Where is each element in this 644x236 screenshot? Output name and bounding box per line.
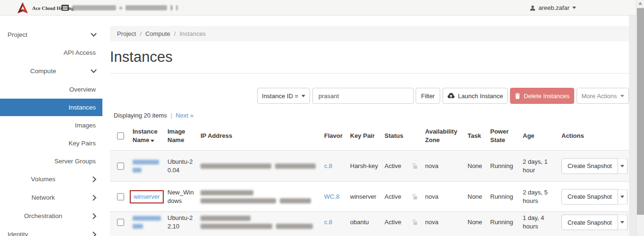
sidebar-item-label: Key Pairs	[0, 140, 102, 147]
scroll-up-arrow-icon[interactable]	[638, 2, 642, 5]
list-icon	[61, 5, 69, 11]
redacted-context-text	[170, 5, 173, 10]
unlock-icon	[411, 163, 422, 169]
sidebar-item-identity[interactable]: Identity	[0, 226, 102, 236]
flavor-link[interactable]: c.8	[324, 162, 347, 170]
filter-field-select[interactable]: Instance ID =	[257, 88, 310, 104]
sidebar: Project API Access Compute Overview Inst…	[0, 16, 102, 236]
filter-button[interactable]: Filter	[416, 88, 440, 104]
sidebar-item-label: Volumes	[0, 176, 94, 183]
column-status[interactable]: Status	[385, 132, 408, 140]
column-key-pair[interactable]: Key Pair	[350, 132, 380, 140]
status: Active	[385, 218, 408, 227]
age: 2 days, 1 hour	[523, 158, 559, 175]
row-actions: Create Snapshot	[561, 158, 627, 174]
task: None	[468, 218, 487, 227]
sidebar-item-instances[interactable]: Instances	[0, 99, 102, 116]
column-availability-zone[interactable]: Availability Zone	[425, 127, 465, 144]
breadcrumb-instances: Instances	[179, 30, 206, 37]
vertical-scrollbar[interactable]	[636, 0, 644, 236]
column-image-name[interactable]: Image Name	[167, 127, 197, 144]
age: 1 day, 4 hours	[523, 214, 559, 231]
sidebar-item-images[interactable]: Images	[0, 117, 102, 134]
column-instance-name[interactable]: Instance Name	[133, 127, 164, 144]
column-task[interactable]: Task	[468, 132, 487, 140]
actions-dropdown-toggle[interactable]	[618, 215, 627, 230]
image-name: New_Windows	[167, 188, 197, 205]
chevron-down-icon	[572, 7, 576, 9]
breadcrumb-project[interactable]: Project	[117, 30, 136, 37]
redacted-instance-name[interactable]	[133, 216, 164, 229]
redacted-text	[201, 216, 251, 221]
redacted-text	[133, 160, 159, 164]
search-input[interactable]	[312, 88, 414, 104]
sidebar-item-label: Overview	[0, 86, 102, 93]
top-bar: Ace Cloud Hosting areeb.zafar	[0, 0, 636, 16]
image-name: Ubuntu-22.10	[167, 214, 197, 231]
trash-icon	[515, 93, 520, 99]
sidebar-item-network[interactable]: Network	[0, 189, 102, 206]
availability-zone: nova	[425, 162, 465, 170]
delete-instances-button[interactable]: Delete Instances	[510, 88, 574, 104]
column-power-state[interactable]: Power State	[490, 127, 519, 144]
row-checkbox[interactable]	[117, 162, 124, 169]
status: Active	[385, 162, 408, 170]
flavor-link[interactable]: WC.8	[324, 193, 347, 201]
sidebar-item-project[interactable]: Project	[0, 26, 102, 43]
redacted-ip-address	[201, 216, 321, 229]
instances-page: Ace Cloud Hosting areeb.zafar Project AP…	[0, 0, 644, 236]
sidebar-item-volumes[interactable]: Volumes	[0, 170, 102, 188]
column-ip-address[interactable]: IP Address	[201, 132, 321, 140]
scrollbar-thumb[interactable]	[637, 8, 644, 215]
redacted-context-text	[119, 7, 122, 9]
column-age[interactable]: Age	[523, 132, 559, 140]
row-actions: Create Snapshot	[561, 215, 627, 230]
row-actions: Create Snapshot	[561, 189, 627, 204]
table-row: winserver New_Windows WC.8 winserver Act…	[110, 181, 629, 211]
power-state: Running	[490, 193, 519, 201]
user-menu[interactable]: areeb.zafar	[530, 0, 576, 16]
redacted-text	[201, 190, 253, 195]
redacted-context-text	[72, 5, 116, 10]
column-flavor[interactable]: Flavor	[324, 132, 347, 140]
sidebar-item-api-access[interactable]: API Access	[0, 44, 102, 61]
sidebar-item-orchestration[interactable]: Orchestration	[0, 207, 102, 225]
redacted-text	[133, 168, 142, 172]
create-snapshot-button[interactable]: Create Snapshot	[561, 215, 618, 230]
redacted-text	[201, 163, 271, 169]
redacted-text	[280, 198, 311, 203]
sidebar-item-key-pairs[interactable]: Key Pairs	[0, 135, 102, 152]
key-pair: winserver	[350, 193, 380, 201]
row-checkbox[interactable]	[117, 219, 124, 226]
sidebar-item-compute[interactable]: Compute	[0, 62, 102, 80]
create-snapshot-button[interactable]: Create Snapshot	[561, 189, 618, 204]
redacted-instance-name[interactable]	[133, 160, 164, 172]
next-page-link[interactable]: Next »	[176, 112, 193, 119]
sidebar-item-server-groups[interactable]: Server Groups	[0, 152, 102, 170]
filter-button-label: Filter	[421, 93, 435, 100]
select-all-checkbox[interactable]	[117, 133, 124, 140]
separator: |	[168, 112, 174, 119]
user-name: areeb.zafar	[538, 4, 569, 11]
breadcrumb-compute[interactable]: Compute	[145, 30, 170, 37]
delete-instances-label: Delete Instances	[524, 93, 569, 100]
redacted-text	[275, 163, 316, 169]
item-count: Displaying 20 items | Next »	[114, 112, 193, 119]
item-count-text: Displaying 20 items	[114, 112, 167, 119]
actions-dropdown-toggle[interactable]	[618, 189, 627, 204]
more-actions-button[interactable]: More Actions	[577, 88, 629, 104]
sidebar-item-label: Project	[0, 31, 102, 38]
more-actions-label: More Actions	[581, 93, 617, 100]
availability-zone: nova	[425, 218, 465, 227]
instance-name-link[interactable]: winserver	[134, 193, 160, 200]
row-checkbox[interactable]	[117, 193, 124, 200]
column-actions[interactable]: Actions	[561, 132, 627, 140]
chevron-right-icon	[92, 213, 97, 219]
page-title: Instances	[110, 49, 173, 66]
create-snapshot-button[interactable]: Create Snapshot	[561, 158, 618, 174]
project-context	[61, 0, 178, 16]
launch-instance-button[interactable]: Launch Instance	[443, 88, 508, 104]
actions-dropdown-toggle[interactable]	[618, 158, 627, 174]
flavor-link[interactable]: c.8	[324, 218, 347, 227]
sidebar-item-overview[interactable]: Overview	[0, 81, 102, 98]
